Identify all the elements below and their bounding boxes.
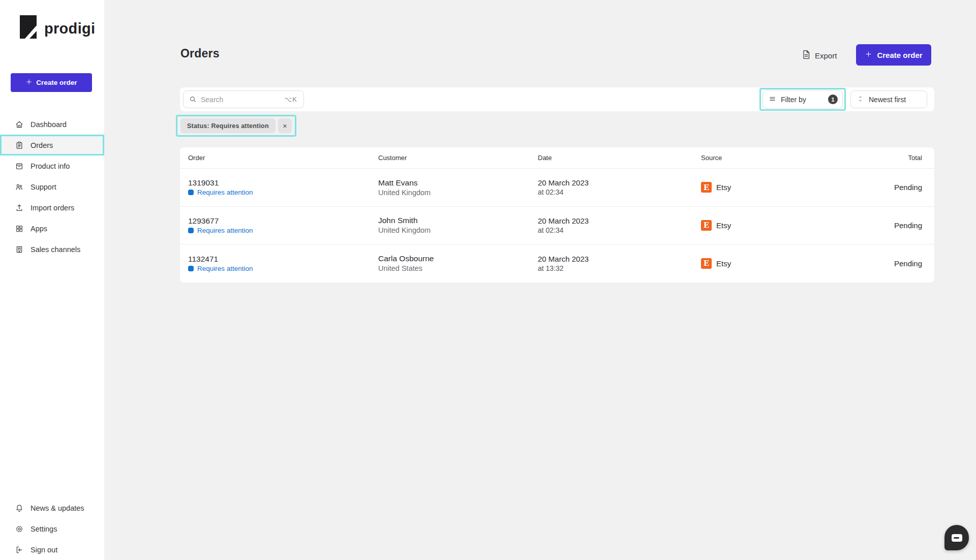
sidebar-item-label: Product info	[30, 162, 70, 170]
order-time: at 02:34	[538, 188, 701, 196]
apps-icon	[15, 224, 24, 233]
date-cell: 20 March 2023 at 02:34	[538, 178, 701, 196]
filter-count-badge: 1	[828, 95, 838, 104]
sidebar-item-settings[interactable]: Settings	[0, 518, 104, 539]
source-label: Etsy	[716, 259, 731, 268]
annotation-highlight-chip: Status: Requires attention ×	[176, 115, 296, 137]
orders-icon	[15, 141, 24, 150]
sidebar-item-label: Sign out	[30, 546, 57, 554]
sidebar-item-label: Settings	[30, 525, 57, 533]
import-icon	[15, 203, 24, 212]
sort-order-select[interactable]: Newest first	[850, 90, 927, 108]
orders-table: Order Customer Date Source Total 1319031…	[180, 147, 934, 283]
sidebar: prodigi Create order Dashboard Orders	[0, 0, 104, 560]
export-label: Export	[815, 51, 837, 60]
export-button[interactable]: Export	[802, 49, 837, 62]
sidebar-item-import-orders[interactable]: Import orders	[0, 197, 104, 218]
search-input[interactable]	[197, 96, 284, 104]
sidebar-item-sign-out[interactable]: Sign out	[0, 539, 104, 560]
column-header-date: Date	[538, 154, 701, 162]
source-cell: E Etsy	[701, 258, 894, 269]
column-header-source: Source	[701, 154, 908, 162]
sidebar-item-label: News & updates	[30, 504, 84, 512]
sidebar-item-label: Sales channels	[30, 245, 80, 254]
filter-lines-icon	[769, 95, 776, 104]
total-cell: Pending	[894, 183, 922, 192]
create-order-button[interactable]: Create order	[856, 44, 931, 66]
orders-toolbar: ⌥K Filter by 1 Newest first	[180, 87, 934, 111]
status-label: Requires attention	[197, 265, 253, 272]
customer-country: United States	[378, 264, 538, 272]
plus-icon	[865, 50, 872, 59]
order-id: 1293677	[188, 216, 378, 226]
status-dot-icon	[188, 228, 194, 233]
order-id: 1132471	[188, 255, 378, 264]
customer-cell: John Smith United Kingdom	[378, 216, 538, 234]
requires-attention-link[interactable]: Requires attention	[188, 227, 378, 234]
order-id: 1319031	[188, 178, 378, 188]
status-label: Requires attention	[197, 189, 253, 196]
bell-icon	[15, 504, 24, 513]
sidebar-item-sales-channels[interactable]: Sales channels	[0, 239, 104, 260]
plus-icon	[25, 78, 33, 87]
date-cell: 20 March 2023 at 02:34	[538, 216, 701, 234]
sidebar-item-label: Dashboard	[30, 120, 67, 129]
sidebar-item-support[interactable]: Support	[0, 176, 104, 197]
search-shortcut: ⌥K	[284, 96, 297, 103]
source-label: Etsy	[716, 183, 731, 192]
sales-channels-icon	[15, 245, 24, 254]
customer-cell: Carla Osbourne United States	[378, 254, 538, 272]
sidebar-create-order-button[interactable]: Create order	[11, 73, 92, 92]
sidebar-item-orders[interactable]: Orders	[0, 135, 104, 155]
order-cell: 1319031 Requires attention	[188, 178, 378, 196]
sidebar-create-order-label: Create order	[36, 79, 77, 86]
support-icon	[15, 182, 24, 192]
chat-bubble-icon	[952, 534, 962, 542]
gear-icon	[15, 524, 24, 534]
etsy-icon: E	[701, 258, 712, 269]
search-box: ⌥K	[183, 90, 304, 108]
filter-by-button[interactable]: Filter by 1	[762, 90, 843, 109]
sign-out-icon	[15, 545, 24, 554]
brand-name: prodigi	[44, 20, 95, 37]
column-header-total: Total	[908, 154, 922, 162]
requires-attention-link[interactable]: Requires attention	[188, 265, 378, 272]
column-header-order: Order	[188, 154, 378, 162]
sidebar-item-label: Apps	[30, 225, 47, 233]
etsy-icon: E	[701, 220, 712, 231]
customer-name: Matt Evans	[378, 178, 538, 188]
sidebar-item-news-updates[interactable]: News & updates	[0, 497, 104, 518]
status-filter-chip[interactable]: Status: Requires attention	[180, 118, 276, 133]
order-date: 20 March 2023	[538, 178, 701, 187]
remove-filter-button[interactable]: ×	[278, 118, 292, 133]
order-time: at 02:34	[538, 226, 701, 234]
customer-name: John Smith	[378, 216, 538, 225]
etsy-icon: E	[701, 182, 712, 193]
table-row[interactable]: 1132471 Requires attention Carla Osbourn…	[180, 244, 934, 283]
table-row[interactable]: 1319031 Requires attention Matt Evans Un…	[180, 169, 934, 207]
sidebar-item-dashboard[interactable]: Dashboard	[0, 114, 104, 135]
create-order-label: Create order	[877, 51, 922, 59]
sidebar-item-apps[interactable]: Apps	[0, 218, 104, 239]
product-info-icon	[15, 162, 24, 171]
orders-page: prodigi Create order Dashboard Orders	[0, 0, 976, 560]
order-cell: 1293677 Requires attention	[188, 216, 378, 234]
customer-country: United Kingdom	[378, 189, 538, 197]
requires-attention-link[interactable]: Requires attention	[188, 189, 378, 196]
search-icon	[189, 96, 197, 103]
customer-cell: Matt Evans United Kingdom	[378, 178, 538, 197]
chat-launcher-button[interactable]	[944, 525, 969, 550]
sidebar-item-label: Orders	[30, 141, 53, 149]
order-date: 20 March 2023	[538, 255, 701, 263]
sort-arrows-icon	[857, 95, 864, 104]
source-cell: E Etsy	[701, 220, 894, 231]
date-cell: 20 March 2023 at 13:32	[538, 255, 701, 272]
source-cell: E Etsy	[701, 182, 894, 193]
status-dot-icon	[188, 266, 194, 271]
sidebar-item-product-info[interactable]: Product info	[0, 155, 104, 176]
page-title: Orders	[180, 47, 220, 60]
sidebar-nav: Dashboard Orders Product info Support	[0, 114, 104, 260]
table-row[interactable]: 1293677 Requires attention John Smith Un…	[180, 207, 934, 245]
customer-country: United Kingdom	[378, 226, 538, 234]
sidebar-footer-nav: News & updates Settings Sign out	[0, 497, 104, 560]
